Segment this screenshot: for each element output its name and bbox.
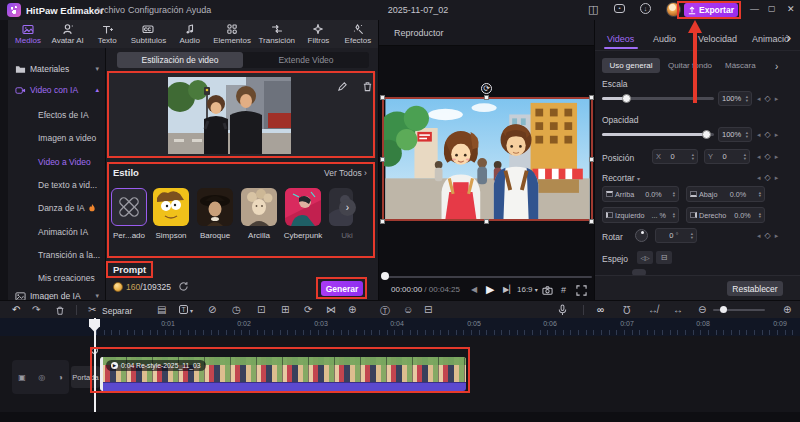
undo-icon[interactable]: ↶ — [12, 304, 20, 315]
selection-handle[interactable] — [484, 95, 489, 100]
unlink-icon[interactable]: ↮ — [648, 304, 658, 315]
posicion-y-field[interactable]: Y 0 ▴▾ — [704, 149, 750, 164]
style-cyberpunk[interactable] — [285, 188, 321, 226]
opacidad-value-field[interactable]: 100% ▴▾ — [718, 127, 752, 142]
spinner-icon[interactable]: ▴▾ — [759, 191, 761, 197]
escala-value-field[interactable]: 100% ▴▾ — [718, 91, 752, 106]
track-visibility-icon[interactable]: ◎ — [38, 373, 45, 382]
rotar-keyframe-controls[interactable]: ◂◇▸ — [757, 231, 778, 240]
tab-velocidad[interactable]: Velocidad — [698, 34, 737, 44]
tab-transicion[interactable]: Transición — [258, 23, 295, 45]
tab-efectos[interactable]: Efectos — [342, 23, 374, 45]
rotation-dial[interactable] — [635, 229, 648, 242]
refresh-icon[interactable] — [178, 281, 189, 292]
nav-video-con-ia[interactable]: Video con IA ▴ — [8, 80, 105, 100]
mirror-vertical-button[interactable]: ⊟ — [656, 251, 672, 264]
text-tool-icon[interactable]: T — [179, 305, 188, 314]
spinner-icon[interactable]: ▴▾ — [746, 95, 748, 101]
ver-todos-link[interactable]: Ver Todos › — [324, 168, 367, 178]
reset-button[interactable]: Restablecer — [727, 281, 783, 296]
nav-imagen-a-video[interactable]: Imagen a video — [38, 128, 96, 148]
redo-icon[interactable]: ↷ — [32, 304, 40, 315]
tab-audio[interactable]: Audio — [653, 34, 676, 44]
selection-handle[interactable] — [589, 219, 594, 224]
fit-timeline-icon[interactable]: ↔ — [673, 304, 683, 315]
nav-efectos-de-ia[interactable]: Efectos de IA — [38, 105, 89, 125]
tab-elementos[interactable]: Elementos — [213, 23, 251, 45]
spinner-icon[interactable]: ▴▾ — [746, 131, 748, 137]
track-thumbnail-icon[interactable]: ▣ — [18, 373, 26, 382]
crop-izquierdo-field[interactable]: Izquierdo ... % ▴▾ — [602, 207, 679, 223]
style-personalizado[interactable] — [111, 188, 147, 226]
style-arcilla[interactable] — [241, 188, 277, 226]
tab-avatar-ai[interactable]: Avatar AI — [51, 23, 83, 45]
menu-configuracion[interactable]: Configuración — [128, 5, 184, 15]
zoom-out-icon[interactable]: ⊖ — [698, 304, 706, 315]
prev-frame-icon[interactable]: ◀ — [471, 285, 477, 294]
nav-mis-creaciones[interactable]: Mis creaciones — [38, 268, 95, 288]
close-button[interactable]: ✕ — [787, 4, 795, 14]
cover-button[interactable]: Portada — [71, 366, 100, 388]
scissors-icon[interactable]: ✂ — [88, 304, 96, 315]
timeline-zoom-knob[interactable] — [720, 306, 727, 313]
fullscreen-icon[interactable] — [576, 285, 587, 296]
tab-texto[interactable]: Texto — [91, 23, 123, 45]
export-frame-icon[interactable]: ⊞ — [281, 304, 289, 315]
selection-handle[interactable] — [589, 95, 594, 100]
source-video-thumbnail[interactable] — [168, 77, 291, 154]
seek-bar[interactable] — [383, 276, 592, 278]
timeline-ruler[interactable]: 0:01 0:02 0:03 0:04 0:05 0:06 0:07 0:08 … — [0, 318, 800, 336]
style-baroque[interactable] — [197, 188, 233, 226]
zoom-in-icon[interactable]: ⊕ — [783, 304, 791, 315]
selection-handle[interactable] — [380, 157, 385, 162]
opacidad-slider-knob[interactable] — [702, 130, 711, 139]
spinner-icon[interactable]: ▴▾ — [673, 212, 675, 218]
tab-extende-video[interactable]: Extende Video — [243, 52, 369, 68]
tab-animacion[interactable]: Animació — [752, 34, 789, 44]
aspect-ratio-select[interactable]: 16:9 ▾ — [517, 285, 538, 294]
tabs-overflow-chevron-icon[interactable]: › — [787, 31, 791, 45]
selection-handle[interactable] — [380, 95, 385, 100]
video-clip[interactable]: ▶ 0:04 Re-style-2025_11_03 — [100, 357, 466, 391]
generate-button[interactable]: Generar — [321, 281, 363, 296]
tab-medios[interactable]: Medios — [12, 23, 44, 45]
rotate-handle-icon[interactable]: ⟳ — [481, 83, 492, 94]
snapshot-camera-icon[interactable] — [542, 285, 553, 296]
next-frame-icon[interactable]: ▶▏ — [503, 285, 515, 294]
nav-transicion-a-la[interactable]: Transición a la... — [38, 245, 100, 265]
tab-estilizacion-de-video[interactable]: Estilización de video — [117, 52, 243, 68]
motion-track-icon[interactable]: ⊕ — [348, 304, 356, 315]
face-effect-icon[interactable]: ☺ — [403, 304, 413, 315]
mirror-horizontal-button[interactable]: ◁▷ — [637, 251, 653, 264]
split-label[interactable]: Separar — [102, 306, 132, 316]
selection-handle[interactable] — [589, 157, 594, 162]
crop-arriba-field[interactable]: Arriba 0.0% ▴▾ — [602, 186, 679, 202]
download-icon[interactable]: ↓ — [640, 3, 651, 14]
minimize-button[interactable]: — — [750, 4, 759, 14]
subtab-uso-general[interactable]: Uso general — [602, 58, 660, 73]
posicion-x-field[interactable]: X 0 ▴▾ — [652, 149, 698, 164]
trash-icon[interactable] — [55, 305, 65, 316]
selection-handle[interactable] — [380, 219, 385, 224]
posicion-keyframe-controls[interactable]: ◂◇▸ — [757, 152, 778, 161]
maximize-button[interactable]: ▢ — [768, 4, 776, 13]
grid-icon[interactable]: # — [561, 285, 566, 295]
rotate-clip-icon[interactable]: ⟳ — [304, 304, 312, 315]
subtab-quitar-fondo[interactable]: Quitar fondo — [668, 61, 712, 70]
tab-filtros[interactable]: Filtros — [302, 23, 334, 45]
subtabs-overflow-chevron-icon[interactable]: › — [775, 61, 778, 72]
styles-next-button[interactable]: › — [339, 199, 356, 216]
nav-materiales[interactable]: Materiales ▾ — [8, 59, 105, 79]
remove-background-icon[interactable]: ⊘ — [208, 304, 216, 315]
track-mute-icon[interactable]: ◑ — [58, 373, 63, 382]
sticker-icon[interactable]: ▤ — [157, 304, 166, 315]
video-canvas[interactable] — [382, 97, 593, 221]
caret-down-icon[interactable]: ▾ — [190, 307, 193, 314]
recortar-label[interactable]: Recortar ▾ — [602, 173, 640, 183]
mirror-clip-icon[interactable]: ⋈ — [326, 304, 336, 315]
layout-panels-icon[interactable]: ◫ — [588, 3, 598, 16]
rotar-value-field[interactable]: 0 ° ▴▾ — [655, 228, 697, 243]
microphone-icon[interactable] — [557, 304, 568, 316]
crop-derecho-field[interactable]: Derecho 0.0% ▴▾ — [686, 207, 765, 223]
magnet-icon[interactable]: Ω — [623, 304, 630, 315]
